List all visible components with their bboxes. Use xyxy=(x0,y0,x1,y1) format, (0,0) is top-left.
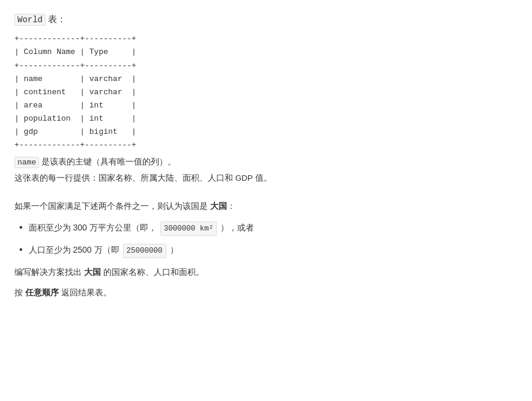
page-container: World 表： +-------------+----------+ | Co… xyxy=(14,12,518,300)
order-suffix: 返回结果表。 xyxy=(59,288,112,297)
bullet-dot-1: • xyxy=(19,223,23,232)
problem-section: 如果一个国家满足下述两个条件之一，则认为该国是 大国： • 面积至少为 300 … xyxy=(14,199,518,300)
condition-bold: 大国 xyxy=(210,201,227,211)
condition-intro: 如果一个国家满足下述两个条件之一，则认为该国是 xyxy=(14,201,210,211)
order-prefix: 按 xyxy=(14,288,25,297)
condition-colon: ： xyxy=(227,201,235,211)
bullet1-text2: ），或者 xyxy=(220,221,254,234)
order-line: 按 任意顺序 返回结果表。 xyxy=(14,286,518,299)
condition-title: 如果一个国家满足下述两个条件之一，则认为该国是 大国： xyxy=(14,199,518,213)
bullet1-code: 3000000 km² xyxy=(160,222,217,236)
bullet2-text1: 人口至少为 2500 万（即 xyxy=(29,243,119,256)
task-line: 编写解决方案找出 大国 的国家名称、人口和面积。 xyxy=(14,265,518,279)
order-bold: 任意顺序 xyxy=(25,288,59,297)
bullet2-text2: ） xyxy=(170,243,178,256)
table-title: World 表： xyxy=(14,12,518,26)
task-suffix: 的国家名称、人口和面积。 xyxy=(101,267,204,277)
bullet-dot-2: • xyxy=(19,245,23,255)
primary-key-note: name 是该表的主键（具有唯一值的列）。 xyxy=(14,155,518,169)
bullet2-code: 25000000 xyxy=(123,244,166,258)
primary-key-desc: 是该表的主键（具有唯一值的列）。 xyxy=(39,157,176,166)
task-bold: 大国 xyxy=(84,267,101,277)
bullet-item-1: • 面积至少为 300 万平方公里（即， 3000000 km² ），或者 xyxy=(19,221,518,236)
primary-key-code: name xyxy=(14,157,39,168)
bullet1-text1: 面积至少为 300 万平方公里（即， xyxy=(29,221,157,234)
row-description: 这张表的每一行提供：国家名称、所属大陆、面积、人口和 GDP 值。 xyxy=(14,172,518,185)
schema-block: +-------------+----------+ | Column Name… xyxy=(14,32,518,152)
table-name-code: World xyxy=(14,14,46,26)
task-prefix: 编写解决方案找出 xyxy=(14,267,84,277)
bullet-item-2: • 人口至少为 2500 万（即 25000000 ） xyxy=(19,243,518,258)
